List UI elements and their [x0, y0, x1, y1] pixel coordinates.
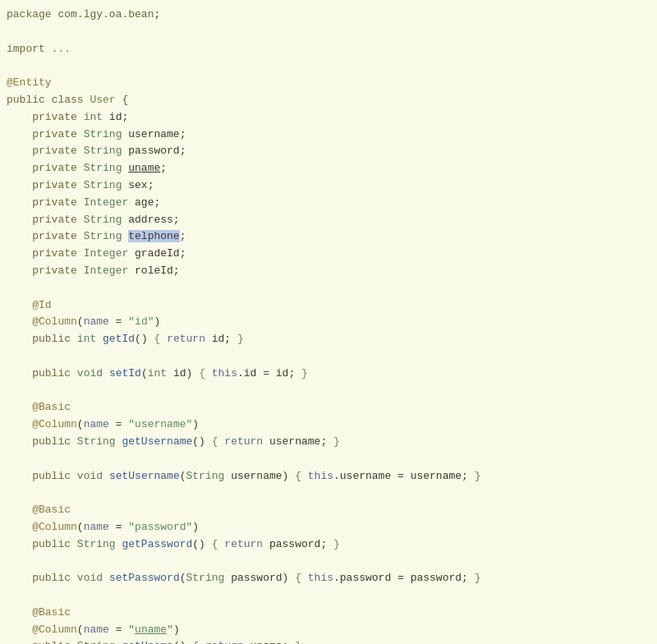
- code-line: private Integer gradeId;: [0, 246, 657, 263]
- code-line: [0, 24, 657, 41]
- code-line: [0, 383, 657, 400]
- code-line: [0, 451, 657, 468]
- code-line: [0, 485, 657, 502]
- code-line: public String getPassword() { return pas…: [0, 536, 657, 554]
- code-line: private String uname;: [0, 160, 657, 177]
- code-line: [0, 348, 657, 366]
- code-line: private String password;: [0, 143, 657, 160]
- code-line: private String username;: [0, 126, 657, 144]
- code-line: [0, 554, 657, 571]
- code-line: private String address;: [0, 212, 657, 229]
- code-line: public void setId(int id) { this.id = id…: [0, 366, 657, 383]
- code-line: import ...: [0, 41, 657, 58]
- code-line: public String getUsername() { return use…: [0, 434, 657, 451]
- code-line: private String sex;: [0, 177, 657, 195]
- code-line: public int getId() { return id; }: [0, 331, 657, 348]
- code-line: @Entity: [0, 75, 657, 92]
- code-line: @Basic: [0, 502, 657, 519]
- code-editor: package com.lgy.oa.bean; import ... @Ent…: [0, 0, 657, 644]
- code-line: package com.lgy.oa.bean;: [0, 7, 657, 24]
- code-line: @Basic: [0, 399, 657, 416]
- code-line: public class User {: [0, 92, 657, 109]
- code-line: [0, 58, 657, 75]
- code-line: @Id: [0, 297, 657, 315]
- code-line: private Integer age;: [0, 195, 657, 212]
- code-line: @Column(name = "uname"): [0, 622, 657, 639]
- code-line: private String telphone;: [0, 228, 657, 246]
- code-line: public void setPassword(String password)…: [0, 570, 657, 587]
- code-line: public void setUsername(String username)…: [0, 468, 657, 485]
- code-line: @Column(name = "username"): [0, 416, 657, 434]
- code-line: private int id;: [0, 109, 657, 126]
- code-line: [0, 587, 657, 605]
- code-line: [0, 280, 657, 297]
- code-line: @Column(name = "id"): [0, 314, 657, 331]
- code-line: private Integer roleId;: [0, 263, 657, 280]
- code-line: @Basic: [0, 605, 657, 622]
- code-line: public String getUname() { return uname;…: [0, 638, 657, 644]
- code-line: @Column(name = "password"): [0, 519, 657, 536]
